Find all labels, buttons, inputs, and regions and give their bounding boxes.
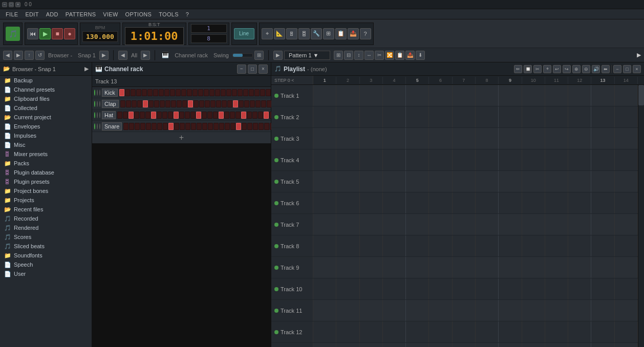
track-content-9[interactable] xyxy=(313,257,638,278)
track-content-5[interactable] xyxy=(313,171,638,192)
grid-cell-13-11[interactable] xyxy=(545,343,568,347)
window-controls[interactable]: − □ × xyxy=(2,2,20,7)
browser-item-recorded[interactable]: 🎵Recorded xyxy=(0,214,92,223)
channel-extra-btn[interactable]: ⊞ xyxy=(254,51,264,60)
grid-cell-6-12[interactable] xyxy=(568,192,591,213)
grid-cell-9-2[interactable] xyxy=(336,257,359,278)
pad-0-0[interactable] xyxy=(119,89,124,96)
pad-2-1[interactable] xyxy=(123,112,128,119)
ch-name-2[interactable]: Hat xyxy=(102,111,116,119)
pl-hdr-min-btn[interactable]: − xyxy=(613,65,621,73)
grid-cell-8-14[interactable] xyxy=(615,235,638,256)
grid-cell-7-4[interactable] xyxy=(383,214,406,235)
pad-0-21[interactable] xyxy=(238,89,243,96)
grid-cell-7-5[interactable] xyxy=(406,214,429,235)
grid-cell-1-13[interactable] xyxy=(591,85,614,106)
pad-2-22[interactable] xyxy=(241,112,246,119)
grid-cell-7-13[interactable] xyxy=(591,214,614,235)
grid-cell-1-8[interactable] xyxy=(476,85,499,106)
pad-0-2[interactable] xyxy=(131,89,136,96)
menu-tools[interactable]: TOOLS xyxy=(155,10,182,18)
pad-3-25[interactable] xyxy=(264,123,269,130)
pad-0-22[interactable] xyxy=(243,89,248,96)
track-label-13[interactable]: Track 13 xyxy=(271,343,313,347)
grid-cell-11-5[interactable] xyxy=(406,300,429,321)
track-content-7[interactable] xyxy=(313,214,638,235)
grid-cell-13-12[interactable] xyxy=(568,343,591,347)
track-content-11[interactable] xyxy=(313,300,638,321)
play-btn[interactable]: ▶ xyxy=(39,28,51,39)
pad-0-23[interactable] xyxy=(249,89,254,96)
grid-cell-7-3[interactable] xyxy=(360,214,383,235)
pad-0-13[interactable] xyxy=(192,89,198,96)
grid-cell-9-6[interactable] xyxy=(429,257,452,278)
pad-2-20[interactable] xyxy=(230,112,235,119)
grid-cell-8-3[interactable] xyxy=(360,235,383,256)
grid-cell-10-10[interactable] xyxy=(522,278,545,299)
pad-2-25[interactable] xyxy=(258,112,263,119)
grid-cell-2-14[interactable] xyxy=(615,106,638,127)
grid-cell-11-1[interactable] xyxy=(313,300,336,321)
pad-1-10[interactable] xyxy=(177,100,182,107)
pad-1-12[interactable] xyxy=(188,100,193,107)
grid-cell-1-9[interactable] xyxy=(499,85,522,106)
track-content-12[interactable] xyxy=(313,321,638,342)
pad-3-5[interactable] xyxy=(152,123,157,130)
pad-3-23[interactable] xyxy=(253,123,258,130)
pad-1-22[interactable] xyxy=(244,100,249,107)
grid-cell-2-2[interactable] xyxy=(336,106,359,127)
pl-hdr-btn-5[interactable]: ↩ xyxy=(553,65,561,73)
pad-1-19[interactable] xyxy=(227,100,232,107)
grid-cell-12-11[interactable] xyxy=(545,321,568,342)
browser-item-channel-presets[interactable]: 📄Channel presets xyxy=(0,85,92,94)
grid-cell-6-5[interactable] xyxy=(406,192,429,213)
pad-0-10[interactable] xyxy=(176,89,181,96)
browser-up-btn[interactable]: ↑ xyxy=(25,51,34,60)
pad-0-14[interactable] xyxy=(198,89,203,96)
pad-1-4[interactable] xyxy=(143,100,148,107)
grid-cell-9-8[interactable] xyxy=(476,257,499,278)
pad-0-25[interactable] xyxy=(260,89,265,96)
ch-rack-max-btn[interactable]: □ xyxy=(248,64,257,74)
pad-2-16[interactable] xyxy=(207,112,212,119)
grid-cell-7-12[interactable] xyxy=(568,214,591,235)
track-content-4[interactable] xyxy=(313,149,638,170)
pad-0-12[interactable] xyxy=(187,89,192,96)
menu-add[interactable]: ADD xyxy=(42,10,62,18)
grid-cell-11-6[interactable] xyxy=(429,300,452,321)
grid-cell-8-9[interactable] xyxy=(499,235,522,256)
grid-cell-9-1[interactable] xyxy=(313,257,336,278)
pad-0-8[interactable] xyxy=(164,89,169,96)
pad-1-21[interactable] xyxy=(239,100,244,107)
grid-cell-5-8[interactable] xyxy=(476,171,499,192)
grid-cell-7-1[interactable] xyxy=(313,214,336,235)
grid-cell-10-4[interactable] xyxy=(383,278,406,299)
track-content-1[interactable] xyxy=(313,85,638,106)
track-label-8[interactable]: Track 8 xyxy=(271,235,313,256)
tool-5[interactable]: 🔧 xyxy=(311,28,322,39)
grid-cell-13-4[interactable] xyxy=(383,343,406,347)
track-content-10[interactable] xyxy=(313,278,638,299)
grid-cell-3-8[interactable] xyxy=(476,128,499,149)
add-channel-btn[interactable]: + xyxy=(92,132,271,143)
grid-cell-11-13[interactable] xyxy=(591,300,614,321)
menu-help[interactable]: ? xyxy=(182,10,192,18)
grid-cell-12-8[interactable] xyxy=(476,321,499,342)
grid-cell-11-8[interactable] xyxy=(476,300,499,321)
ch-name-1[interactable]: Clap xyxy=(102,100,119,108)
grid-cell-1-12[interactable] xyxy=(568,85,591,106)
tool-1[interactable]: ⌖ xyxy=(262,28,273,39)
browser-item-misc[interactable]: 📄Misc xyxy=(0,140,92,149)
pad-2-7[interactable] xyxy=(157,112,162,119)
grid-cell-7-7[interactable] xyxy=(453,214,476,235)
grid-cell-9-10[interactable] xyxy=(522,257,545,278)
pad-1-17[interactable] xyxy=(216,100,221,107)
pad-1-5[interactable] xyxy=(148,100,154,107)
pad-3-12[interactable] xyxy=(191,123,196,130)
pad-0-9[interactable] xyxy=(170,89,175,96)
pad-1-23[interactable] xyxy=(250,100,255,107)
grid-cell-6-8[interactable] xyxy=(476,192,499,213)
grid-cell-6-6[interactable] xyxy=(429,192,452,213)
grid-cell-2-11[interactable] xyxy=(545,106,568,127)
browser-item-project-bones[interactable]: 📁Project bones xyxy=(0,186,92,196)
